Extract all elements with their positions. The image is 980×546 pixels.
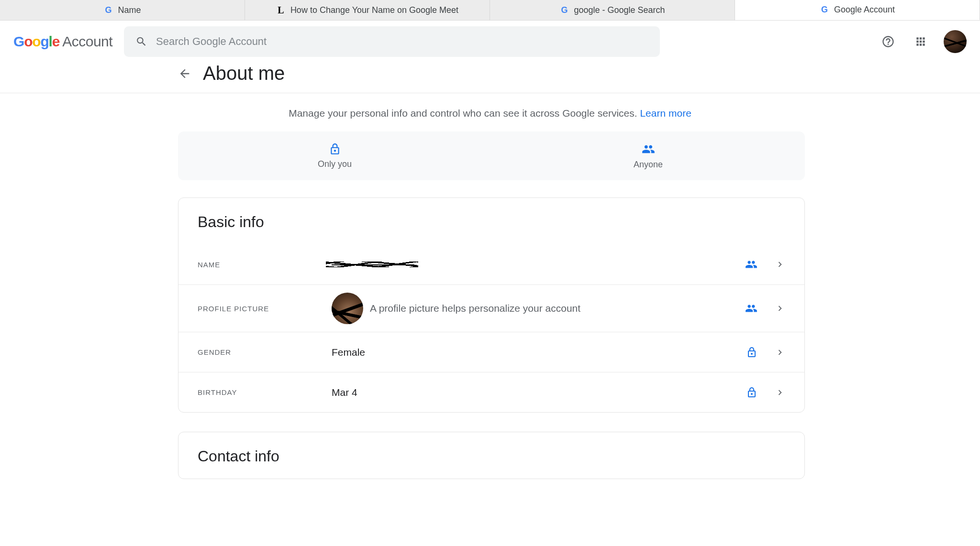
lock-icon <box>746 347 757 358</box>
back-button[interactable] <box>178 67 191 80</box>
google-favicon-icon: G <box>103 5 113 15</box>
google-favicon-icon: G <box>820 5 829 15</box>
tab-label: How to Change Your Name on Google Meet <box>290 5 458 15</box>
apps-button[interactable] <box>911 32 930 51</box>
people-icon <box>745 258 757 271</box>
lock-icon <box>329 143 341 155</box>
page-title-row: About me <box>0 63 980 93</box>
learn-more-link[interactable]: Learn more <box>640 108 691 119</box>
row-actions <box>746 387 785 398</box>
row-value: Mar 4 <box>332 387 746 398</box>
card-heading: Basic info <box>178 198 804 244</box>
chevron-right-icon <box>775 387 785 398</box>
tab-label: google - Google Search <box>574 5 665 15</box>
tab-name[interactable]: G Name <box>0 0 245 20</box>
row-label: BIRTHDAY <box>198 388 332 396</box>
search-box[interactable] <box>124 26 660 57</box>
visibility-only-you: Only you <box>178 131 491 180</box>
google-wordmark-icon: Google <box>13 33 59 50</box>
row-label: PROFILE PICTURE <box>198 305 332 313</box>
intro-text: Manage your personal info and control wh… <box>0 93 980 131</box>
tab-search[interactable]: G google - Google Search <box>490 0 735 20</box>
row-label: GENDER <box>198 348 332 356</box>
app-header: Google Account <box>0 21 980 63</box>
row-value: A profile picture helps personalize your… <box>332 293 745 324</box>
chevron-right-icon <box>775 347 785 358</box>
help-icon <box>881 35 895 48</box>
name-value-redacted: Bhoomika Sharma <box>332 259 414 270</box>
visibility-anyone: Anyone <box>491 131 805 180</box>
page-title: About me <box>203 63 285 84</box>
google-account-logo[interactable]: Google Account <box>13 33 112 50</box>
help-button[interactable] <box>879 32 898 51</box>
row-name[interactable]: NAME Bhoomika Sharma <box>178 244 804 284</box>
card-heading: Contact info <box>178 432 804 479</box>
row-value: Bhoomika Sharma <box>332 259 745 270</box>
chevron-right-icon <box>775 259 785 270</box>
tab-label: Name <box>118 5 141 15</box>
row-gender[interactable]: GENDER Female <box>178 332 804 372</box>
contact-info-card: Contact info <box>178 432 805 479</box>
row-actions <box>745 302 785 315</box>
visibility-label: Anyone <box>634 160 663 170</box>
browser-tab-strip: G Name L How to Change Your Name on Goog… <box>0 0 980 21</box>
google-favicon-icon: G <box>559 5 569 15</box>
profile-picture-thumb <box>332 293 363 324</box>
arrow-left-icon <box>178 67 191 80</box>
lock-icon <box>746 387 757 398</box>
header-actions <box>879 30 967 53</box>
tab-label: Google Account <box>834 5 895 15</box>
account-avatar[interactable] <box>944 30 967 53</box>
visibility-legend-card: Only you Anyone <box>178 131 805 180</box>
apps-grid-icon <box>914 35 927 48</box>
basic-info-card: Basic info NAME Bhoomika Sharma PROFILE … <box>178 197 805 413</box>
tab-howto[interactable]: L How to Change Your Name on Google Meet <box>245 0 490 20</box>
search-input[interactable] <box>156 35 648 48</box>
row-actions <box>745 258 785 271</box>
letter-l-favicon-icon: L <box>276 5 286 15</box>
tab-google-account[interactable]: G Google Account <box>735 0 980 20</box>
search-icon <box>135 35 147 48</box>
people-icon <box>745 302 757 315</box>
row-label: NAME <box>198 261 332 269</box>
people-icon <box>642 142 655 156</box>
intro-sentence: Manage your personal info and control wh… <box>289 108 640 119</box>
row-value: Female <box>332 347 746 358</box>
visibility-label: Only you <box>318 159 352 169</box>
main-content: Only you Anyone Basic info NAME Bhoomika… <box>178 131 805 479</box>
row-birthday[interactable]: BIRTHDAY Mar 4 <box>178 372 804 412</box>
row-profile-picture[interactable]: PROFILE PICTURE A profile picture helps … <box>178 284 804 332</box>
profile-picture-hint: A profile picture helps personalize your… <box>370 303 580 314</box>
chevron-right-icon <box>775 303 785 314</box>
row-actions <box>746 347 785 358</box>
brand-suffix: Account <box>62 33 112 50</box>
